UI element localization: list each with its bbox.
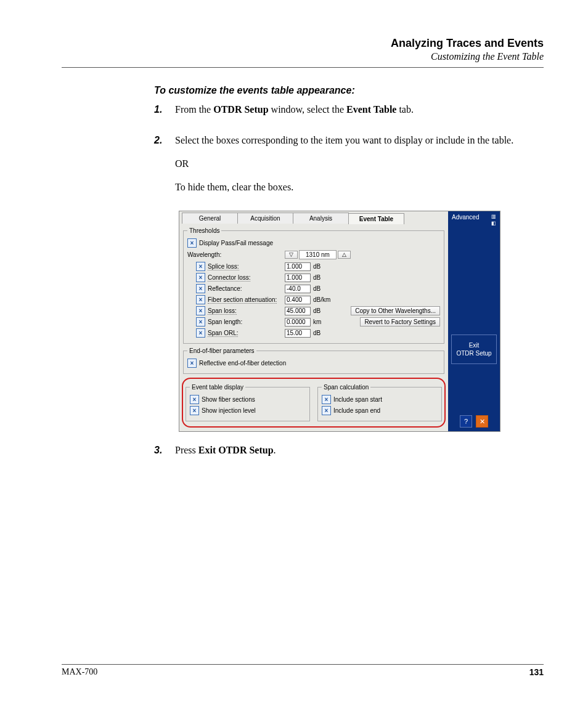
checkbox-include-span-end[interactable]: × [322,406,331,415]
label-connector-loss: Connector loss: [208,274,250,282]
checkbox-show-fiber-sections[interactable]: × [190,395,199,404]
input-splice-loss[interactable] [285,262,311,271]
step-number: 2. [154,133,169,203]
label-wavelength: Wavelength: [187,251,284,258]
step-2-text: Select the boxes corresponding to the it… [175,133,544,203]
unit-splice-loss: dB [313,263,335,270]
step-3-text: Press Exit OTDR Setup. [175,443,544,466]
thresholds-legend: Thresholds [187,227,221,234]
tab-event-table[interactable]: Event Table [348,213,404,224]
checkbox-reflective-eof[interactable]: × [187,359,197,368]
event-table-display-group: Event table display × Show fiber section… [186,384,310,421]
exit-otdr-setup-button[interactable]: Exit OTDR Setup [451,335,497,364]
input-reflectance[interactable] [285,285,311,293]
footer-page-number: 131 [529,667,544,677]
label-span-length: Span length: [208,318,242,325]
wavelength-prev-button[interactable]: ▽ [285,251,298,259]
status-icon: ◧ [491,221,496,226]
page-header-subtitle: Customizing the Event Table [62,51,544,62]
label-span-loss: Span loss: [208,307,237,315]
highlight-callout: Event table display × Show fiber section… [182,378,446,428]
procedure-heading: To customize the events table appearance… [154,85,544,96]
step-number: 1. [154,102,169,126]
checkbox-span-length[interactable]: × [196,317,205,327]
label-reflective-eof: Reflective end-of-fiber detection [199,360,286,367]
unit-span-loss: dB [313,307,335,314]
step-number: 3. [154,443,169,466]
label-splice-loss: Splice loss: [208,263,239,270]
tab-acquisition[interactable]: Acquisition [237,213,293,224]
label-show-injection-level: Show injection level [202,407,256,414]
sidebar-advanced-label[interactable]: Advanced [452,214,479,221]
step-1-text: From the OTDR Setup window, select the E… [175,102,544,126]
label-include-span-start: Include span start [333,396,382,403]
checkbox-show-injection-level[interactable]: × [190,406,199,415]
span-calculation-group: Span calculation × Include span start × … [317,384,442,421]
label-fiber-section-attenuation: Fiber section attenuation: [208,296,277,304]
checkbox-splice-loss[interactable]: × [196,262,205,271]
checkbox-fiber-section-attenuation[interactable]: × [196,295,205,304]
checkbox-include-span-start[interactable]: × [322,395,331,404]
label-passfail: Display Pass/Fail message [199,240,273,246]
checkbox-passfail[interactable]: × [187,238,197,248]
checkbox-reflectance[interactable]: × [196,284,205,293]
label-include-span-end: Include span end [333,407,380,414]
wavelength-next-button[interactable]: △ [338,251,351,259]
end-of-fiber-legend: End-of-fiber parameters [187,347,256,354]
footer-divider [62,664,544,665]
close-icon[interactable]: ✕ [476,415,488,428]
dialog-sidebar: Advanced ▥ ◧ Exit OTDR Setup ? ✕ [448,211,500,431]
label-span-orl: Span ORL: [208,330,238,337]
unit-span-length: km [313,318,335,325]
tab-analysis[interactable]: Analysis [293,213,349,224]
revert-factory-button[interactable]: Revert to Factory Settings [360,317,440,327]
help-icon[interactable]: ? [460,415,472,428]
wavelength-display: 1310 nm [299,250,337,259]
battery-icon: ▥ [491,214,496,219]
checkbox-connector-loss[interactable]: × [196,273,205,282]
checkbox-span-orl[interactable]: × [196,328,205,338]
copy-wavelengths-button[interactable]: Copy to Other Wavelengths... [351,306,440,315]
label-reflectance: Reflectance: [208,285,242,292]
unit-fiber-section-attenuation: dB/km [313,296,335,303]
input-span-loss[interactable] [285,307,311,315]
event-table-display-legend: Event table display [190,384,245,391]
thresholds-group: Thresholds × Display Pass/Fail message W… [183,227,444,344]
footer-product: MAX-700 [62,667,97,677]
page-header-title: Analyzing Traces and Events [62,37,544,50]
otdr-setup-dialog: General Acquisition Analysis Event Table… [179,211,500,432]
span-calculation-legend: Span calculation [322,384,370,391]
tab-general[interactable]: General [182,213,238,224]
input-span-length[interactable] [285,318,311,327]
unit-span-orl: dB [313,330,335,336]
input-connector-loss[interactable] [285,274,311,282]
checkbox-span-loss[interactable]: × [196,306,205,315]
label-show-fiber-sections: Show fiber sections [202,396,255,403]
unit-connector-loss: dB [313,274,335,281]
input-span-orl[interactable] [285,329,311,338]
unit-reflectance: dB [313,285,335,292]
end-of-fiber-group: End-of-fiber parameters × Reflective end… [183,347,444,374]
input-fiber-section-attenuation[interactable] [285,296,311,304]
header-divider [62,67,544,68]
